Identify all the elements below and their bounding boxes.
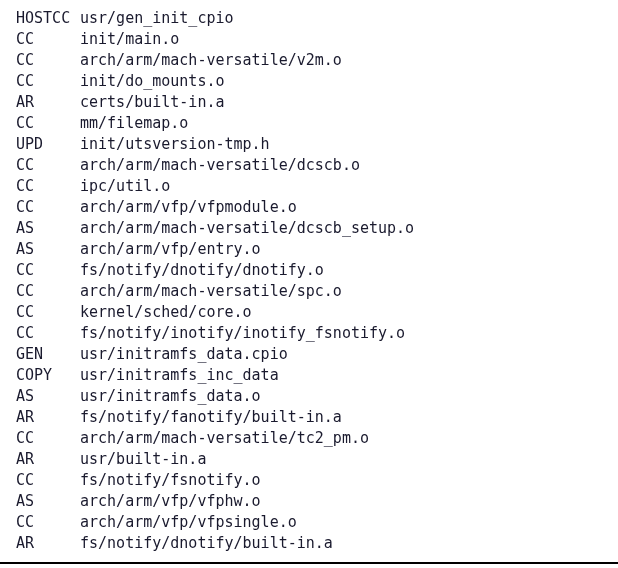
build-log-line: UPDinit/utsversion-tmp.h: [16, 134, 602, 155]
build-tag: UPD: [16, 134, 80, 155]
build-log-line: ASusr/initramfs_data.o: [16, 386, 602, 407]
build-path: init/do_mounts.o: [80, 71, 602, 92]
build-path: mm/filemap.o: [80, 113, 602, 134]
build-log-line: CCarch/arm/mach-versatile/v2m.o: [16, 50, 602, 71]
build-path: arch/arm/vfp/vfpmodule.o: [80, 197, 602, 218]
build-tag: CC: [16, 155, 80, 176]
build-tag: HOSTCC: [16, 8, 80, 29]
build-log-line: CCarch/arm/mach-versatile/tc2_pm.o: [16, 428, 602, 449]
build-log-line: CCarch/arm/vfp/vfpmodule.o: [16, 197, 602, 218]
build-tag: CC: [16, 512, 80, 533]
build-tag: AR: [16, 533, 80, 554]
build-path: init/main.o: [80, 29, 602, 50]
build-tag: AR: [16, 449, 80, 470]
build-path: arch/arm/mach-versatile/dcscb_setup.o: [80, 218, 602, 239]
build-log-line: ASarch/arm/vfp/entry.o: [16, 239, 602, 260]
build-log-line: ARfs/notify/dnotify/built-in.a: [16, 533, 602, 554]
build-tag: CC: [16, 71, 80, 92]
build-log-line: CCinit/do_mounts.o: [16, 71, 602, 92]
build-tag: CC: [16, 50, 80, 71]
build-path: fs/notify/dnotify/built-in.a: [80, 533, 602, 554]
build-path: arch/arm/mach-versatile/dcscb.o: [80, 155, 602, 176]
build-tag: AS: [16, 239, 80, 260]
build-tag: CC: [16, 197, 80, 218]
build-tag: AR: [16, 92, 80, 113]
build-tag: CC: [16, 428, 80, 449]
build-log-line: HOSTCCusr/gen_init_cpio: [16, 8, 602, 29]
build-tag: CC: [16, 323, 80, 344]
build-path: arch/arm/mach-versatile/v2m.o: [80, 50, 602, 71]
build-path: arch/arm/vfp/vfpsingle.o: [80, 512, 602, 533]
build-log-line: CCfs/notify/dnotify/dnotify.o: [16, 260, 602, 281]
build-path: ipc/util.o: [80, 176, 602, 197]
build-path: usr/initramfs_data.cpio: [80, 344, 602, 365]
build-log-line: CCfs/notify/fsnotify.o: [16, 470, 602, 491]
build-tag: AS: [16, 218, 80, 239]
build-tag: CC: [16, 302, 80, 323]
build-log-line: ARusr/built-in.a: [16, 449, 602, 470]
build-path: arch/arm/mach-versatile/tc2_pm.o: [80, 428, 602, 449]
build-tag: CC: [16, 29, 80, 50]
build-log-line: CCfs/notify/inotify/inotify_fsnotify.o: [16, 323, 602, 344]
build-path: init/utsversion-tmp.h: [80, 134, 602, 155]
build-tag: GEN: [16, 344, 80, 365]
build-log: HOSTCCusr/gen_init_cpioCCinit/main.oCCar…: [16, 8, 602, 554]
build-tag: COPY: [16, 365, 80, 386]
build-tag: CC: [16, 281, 80, 302]
build-log-line: GENusr/initramfs_data.cpio: [16, 344, 602, 365]
build-log-line: CCkernel/sched/core.o: [16, 302, 602, 323]
build-path: usr/initramfs_data.o: [80, 386, 602, 407]
build-log-line: CCmm/filemap.o: [16, 113, 602, 134]
build-tag: AS: [16, 386, 80, 407]
build-log-line: COPYusr/initramfs_inc_data: [16, 365, 602, 386]
build-path: kernel/sched/core.o: [80, 302, 602, 323]
build-log-line: ARcerts/built-in.a: [16, 92, 602, 113]
build-path: arch/arm/vfp/entry.o: [80, 239, 602, 260]
build-log-line: CCarch/arm/mach-versatile/spc.o: [16, 281, 602, 302]
build-path: fs/notify/inotify/inotify_fsnotify.o: [80, 323, 602, 344]
build-path: fs/notify/fsnotify.o: [80, 470, 602, 491]
build-path: certs/built-in.a: [80, 92, 602, 113]
build-log-line: CCinit/main.o: [16, 29, 602, 50]
build-path: usr/built-in.a: [80, 449, 602, 470]
build-log-line: CCarch/arm/vfp/vfpsingle.o: [16, 512, 602, 533]
build-log-line: ASarch/arm/mach-versatile/dcscb_setup.o: [16, 218, 602, 239]
build-path: fs/notify/dnotify/dnotify.o: [80, 260, 602, 281]
build-tag: CC: [16, 260, 80, 281]
build-log-line: CCarch/arm/mach-versatile/dcscb.o: [16, 155, 602, 176]
build-log-line: ARfs/notify/fanotify/built-in.a: [16, 407, 602, 428]
build-log-line: CCipc/util.o: [16, 176, 602, 197]
build-log-line: ASarch/arm/vfp/vfphw.o: [16, 491, 602, 512]
build-tag: AR: [16, 407, 80, 428]
build-tag: CC: [16, 113, 80, 134]
build-tag: CC: [16, 470, 80, 491]
build-tag: CC: [16, 176, 80, 197]
build-path: usr/initramfs_inc_data: [80, 365, 602, 386]
build-path: arch/arm/vfp/vfphw.o: [80, 491, 602, 512]
build-path: usr/gen_init_cpio: [80, 8, 602, 29]
build-path: fs/notify/fanotify/built-in.a: [80, 407, 602, 428]
build-tag: AS: [16, 491, 80, 512]
build-path: arch/arm/mach-versatile/spc.o: [80, 281, 602, 302]
